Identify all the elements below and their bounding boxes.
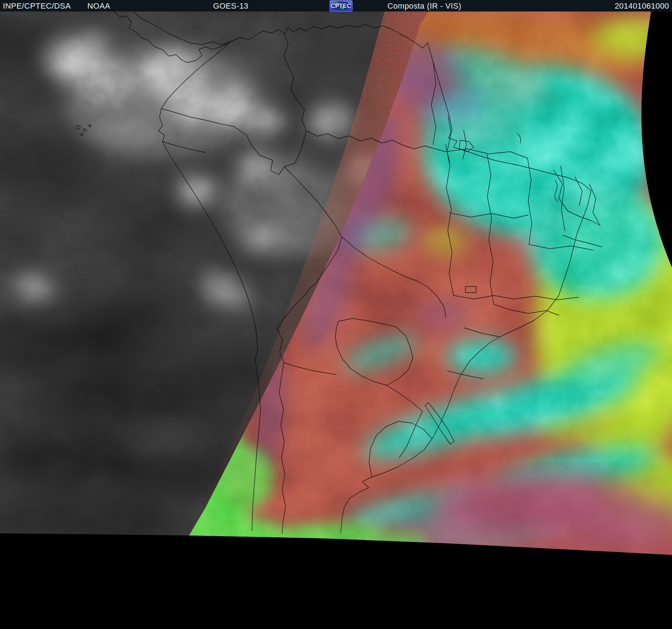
purple-fringe-blob xyxy=(399,80,485,123)
satellite-product-page: { "header": { "institution": "INPE/CPTEC… xyxy=(0,0,672,629)
purple-fringe-blob xyxy=(415,299,473,331)
header-bar: INPE/CPTEC/DSA NOAA GOES-13 CPTEC Compos… xyxy=(0,0,672,12)
cptec-logo: CPTEC xyxy=(330,0,353,12)
product-label: Composta (IR - VIS) xyxy=(387,1,461,11)
timestamp-label: 201401061000 xyxy=(615,1,669,11)
satellite-label: GOES-13 xyxy=(213,1,248,11)
logo-text: CPTEC xyxy=(330,1,352,11)
agency-label: NOAA xyxy=(87,1,110,11)
institution-label: INPE/CPTEC/DSA xyxy=(3,1,71,11)
satellite-composite-image xyxy=(0,12,672,629)
